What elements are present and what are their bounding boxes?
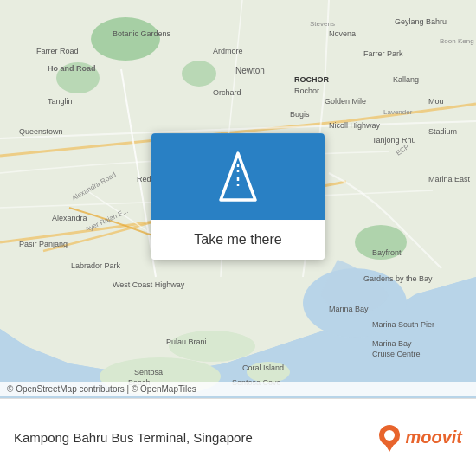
location-info: Kampong Bahru Bus Terminal, Singapore [14, 430, 376, 446]
svg-text:Farrer Road: Farrer Road [36, 47, 79, 55]
svg-marker-61 [384, 443, 395, 452]
moovit-logo[interactable]: moovit [376, 424, 462, 452]
svg-text:Marina East: Marina East [428, 175, 471, 183]
svg-text:Stevens: Stevens [310, 20, 335, 28]
svg-text:Sentosa: Sentosa [134, 368, 163, 376]
svg-text:Marina South Pier: Marina South Pier [372, 320, 434, 329]
svg-text:Orchard: Orchard [213, 88, 241, 97]
svg-point-7 [91, 17, 160, 61]
svg-text:Tanjong Rhu: Tanjong Rhu [372, 136, 416, 145]
svg-text:Pasir Panjang: Pasir Panjang [19, 240, 68, 248]
svg-text:Pulau Brani: Pulau Brani [166, 338, 207, 346]
svg-text:Mou: Mou [428, 97, 444, 106]
svg-text:Lavender: Lavender [383, 108, 413, 116]
svg-text:Labrador Park: Labrador Park [71, 261, 121, 270]
take-me-there-button[interactable]: Take me there [151, 220, 325, 260]
svg-text:Queenstown: Queenstown [19, 127, 63, 136]
svg-point-60 [384, 430, 395, 441]
map-view[interactable]: Botanic Gardens Farrer Road Ho and Road … [0, 0, 476, 398]
svg-text:ROCHOR: ROCHOR [294, 75, 329, 84]
road-icon [208, 146, 268, 207]
svg-text:Bayfront: Bayfront [372, 248, 402, 257]
svg-text:Nicoll Highway: Nicoll Highway [329, 121, 381, 130]
svg-text:Farrer Park: Farrer Park [363, 49, 403, 58]
svg-text:Bugis: Bugis [290, 110, 310, 119]
svg-text:Marina Bay: Marina Bay [329, 305, 369, 313]
modal-icon-background [151, 133, 325, 220]
svg-point-3 [169, 331, 255, 362]
svg-text:Golden Mile: Golden Mile [325, 97, 366, 106]
svg-text:Marina Bay: Marina Bay [372, 339, 412, 348]
svg-text:Cruise Centre: Cruise Centre [372, 350, 421, 358]
bottom-info-bar: Kampong Bahru Bus Terminal, Singapore mo… [0, 398, 476, 476]
svg-text:Coral Island: Coral Island [242, 363, 284, 372]
svg-text:Novena: Novena [329, 29, 356, 38]
svg-text:Kallang: Kallang [393, 75, 419, 84]
svg-marker-56 [221, 153, 255, 200]
svg-text:Tanglin: Tanglin [48, 97, 73, 106]
svg-text:Boon Keng: Boon Keng [440, 37, 474, 45]
svg-text:Newton: Newton [235, 66, 265, 75]
map-attribution: © OpenStreetMap contributors | © OpenMap… [0, 382, 476, 396]
svg-text:Geylang Bahru: Geylang Bahru [395, 17, 447, 26]
svg-text:Rochor: Rochor [294, 87, 319, 95]
moovit-icon [376, 424, 403, 452]
svg-text:Botanic Gardens: Botanic Gardens [113, 29, 171, 38]
svg-text:Gardens by the Bay: Gardens by the Bay [363, 274, 433, 283]
svg-text:Ardmore: Ardmore [213, 47, 243, 55]
svg-point-9 [182, 61, 216, 87]
moovit-text: moovit [405, 428, 462, 447]
svg-text:West Coast Highway: West Coast Highway [113, 280, 185, 289]
svg-text:Alexandra: Alexandra [52, 214, 87, 222]
svg-text:Stadium: Stadium [428, 127, 457, 136]
location-name: Kampong Bahru Bus Terminal, Singapore [14, 430, 253, 445]
navigation-modal: Take me there [151, 133, 325, 260]
svg-text:Ho and Road: Ho and Road [48, 64, 96, 73]
